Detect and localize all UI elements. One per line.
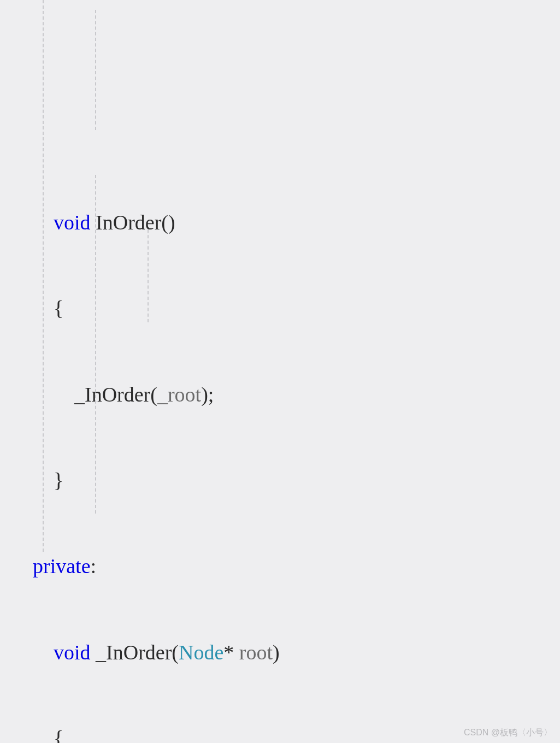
code-block: void InOrder() { _InOrder(_root); } priv… <box>0 0 560 743</box>
paren: () <box>161 211 175 234</box>
paren-close: ); <box>201 383 214 406</box>
keyword-void: void <box>54 211 91 234</box>
code-line: { <box>0 294 560 322</box>
code-line: private: <box>0 552 560 580</box>
func-call: _InOrder <box>74 383 150 406</box>
brace: { <box>54 297 63 320</box>
keyword-void: void <box>54 641 91 664</box>
arg: root <box>239 641 273 664</box>
arg: _root <box>157 383 201 406</box>
keyword-private: private <box>33 555 91 577</box>
colon: : <box>91 555 97 577</box>
indent-guide-1 <box>43 0 44 552</box>
code-line: _InOrder(_root); <box>0 380 560 409</box>
star: * <box>223 641 234 664</box>
brace: } <box>54 469 63 492</box>
paren-close: ) <box>273 641 280 664</box>
brace: { <box>54 727 63 743</box>
code-line: void _InOrder(Node* root) <box>0 638 560 667</box>
watermark-text: CSDN @板鸭〈小号〉 <box>464 727 552 739</box>
code-line: } <box>0 466 560 494</box>
indent-guide-3 <box>148 229 149 322</box>
paren: ( <box>150 383 157 406</box>
func-name: InOrder <box>96 211 161 234</box>
paren: ( <box>172 641 179 664</box>
func-name: _InOrder <box>96 641 172 664</box>
code-line: void InOrder() <box>0 208 560 237</box>
indent-guide-2a <box>95 10 96 130</box>
type-node: Node <box>179 641 223 664</box>
indent-guide-2b <box>95 175 96 514</box>
